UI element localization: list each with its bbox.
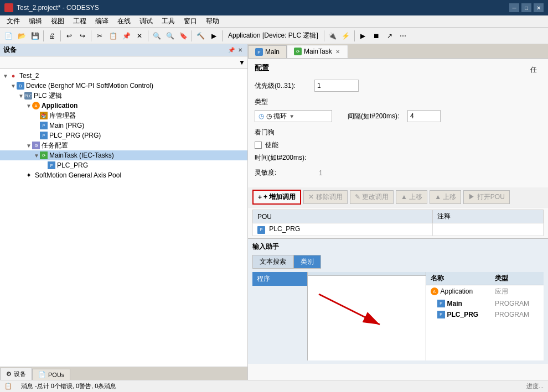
tree-item-main[interactable]: P Main (PRG)	[0, 121, 247, 130]
up-button[interactable]: ▲ 上移	[396, 190, 427, 204]
open-pou-label: ▶ 打开POU	[468, 192, 504, 202]
copy-button[interactable]: 📋	[107, 30, 119, 42]
add-call-label: + 增加调用	[263, 192, 296, 202]
tree-item-tasks[interactable]: ▼ ⚙ 任务配置	[0, 140, 247, 150]
tree-item-lib[interactable]: 📚 库管理器	[0, 111, 247, 121]
device-dropdown[interactable]: ▼	[0, 56, 247, 69]
menu-online[interactable]: 在线	[113, 15, 135, 27]
panel-close-button[interactable]: ✕	[236, 46, 244, 54]
find-button[interactable]: 🔍	[151, 30, 163, 42]
tree-item-plcprg2[interactable]: P PLC_PRG	[0, 160, 247, 170]
delete-button[interactable]: ✕	[133, 30, 146, 42]
tree-item-application[interactable]: ▼ A Application	[0, 101, 247, 111]
category-program[interactable]: 程序	[252, 272, 307, 286]
tab-close-button[interactable]: ✕	[334, 48, 341, 55]
menu-debug[interactable]: 调试	[135, 15, 157, 27]
menu-tools[interactable]: 工具	[157, 15, 179, 27]
disconnect-button[interactable]: ⚡	[340, 30, 352, 42]
close-button[interactable]: ✕	[534, 3, 544, 12]
pous-tab-icon: 📄	[38, 371, 46, 378]
modify-label: ✎ 更改调用	[355, 192, 389, 202]
more-button[interactable]: ⋯	[397, 30, 409, 42]
item-main-prg[interactable]: P Main PROGRAM	[426, 298, 544, 309]
up-label: ▲ 上移	[401, 192, 422, 202]
open-button[interactable]: 📂	[15, 30, 28, 42]
expand-device[interactable]: ▼	[10, 83, 17, 89]
right-label-area: 任	[526, 63, 541, 77]
tab-category[interactable]: 类别	[293, 255, 321, 269]
watchdog-sensitivity-row: 灵敏度: 1	[255, 168, 526, 177]
dropdown-arrow[interactable]: ▼	[239, 59, 245, 66]
find2-button[interactable]: 🔍	[164, 30, 176, 42]
expand-test2[interactable]: ▼	[2, 73, 9, 79]
codesys-icon	[4, 3, 13, 12]
minimize-button[interactable]: ─	[509, 3, 519, 12]
item-plcprg-prg[interactable]: P PLC_PRG PROGRAM	[426, 309, 544, 320]
plcprg-col-type: PROGRAM	[495, 311, 539, 318]
expand-tasks[interactable]: ▼	[25, 143, 32, 149]
panel-pin-button[interactable]: 📌	[228, 46, 235, 54]
sep5	[192, 30, 192, 41]
app-label: Application [Device: PLC 逻辑]	[225, 31, 322, 40]
table-row[interactable]: P PLC_PRG	[253, 223, 544, 236]
redo-button[interactable]: ↪	[76, 30, 89, 42]
device-tree: ▼ ● Test_2 ▼ D Device (Berghof MC-PI Sof…	[0, 69, 247, 367]
menu-edit[interactable]: 编辑	[24, 15, 46, 27]
save-button[interactable]: 💾	[29, 30, 41, 42]
tree-item-maintask[interactable]: ▼ ⟳ MainTask (IEC-Tasks)	[0, 150, 247, 160]
up2-button[interactable]: ▲ 上移	[430, 190, 461, 204]
priority-input[interactable]	[314, 80, 359, 92]
expand-maintask[interactable]: ▼	[33, 153, 40, 159]
tab-main[interactable]: P Main	[248, 45, 287, 58]
tree-item-device[interactable]: ▼ D Device (Berghof MC-PI SoftMotion Con…	[0, 81, 247, 91]
run-button[interactable]: ▶	[208, 30, 220, 42]
title-bar-controls[interactable]: ─ □ ✕	[509, 3, 544, 12]
category-list: 程序	[252, 272, 308, 360]
expand-plc[interactable]: ▼	[18, 93, 24, 99]
start-button[interactable]: ▶	[357, 30, 369, 42]
remove-call-button[interactable]: ✕ 移除调用	[303, 190, 347, 204]
tab-maintask[interactable]: ⟳ MainTask ✕	[287, 45, 348, 58]
label-lib: 库管理器	[49, 111, 76, 121]
open-pou-button[interactable]: ▶ 打开POU	[463, 190, 509, 204]
watchdog-enable-checkbox[interactable]	[255, 142, 262, 149]
modify-call-button[interactable]: ✎ 更改调用	[350, 190, 394, 204]
stop-button[interactable]: ⏹	[370, 30, 382, 42]
tree-item-plc[interactable]: ▼ PLC PLC 逻辑	[0, 91, 247, 101]
label-plcprg: PLC_PRG (PRG)	[49, 132, 101, 139]
tab-pous[interactable]: 📄 POUs	[32, 369, 70, 380]
restore-button[interactable]: □	[521, 3, 531, 12]
panel-controls[interactable]: 📌 ✕	[228, 46, 244, 54]
menu-file[interactable]: 文件	[2, 15, 24, 27]
cell-comment	[433, 223, 544, 236]
tree-item-softmotion[interactable]: ✦ SoftMotion General Axis Pool	[0, 170, 247, 180]
main-col-icon: P	[437, 300, 445, 307]
menu-compile[interactable]: 编译	[91, 15, 113, 27]
menu-view[interactable]: 视图	[46, 15, 69, 27]
priority-label: 优先级(0..31):	[255, 81, 310, 91]
new-button[interactable]: 📄	[2, 30, 14, 42]
type-select[interactable]: ◷ ◷ 循环 ▼	[255, 110, 332, 122]
print-button[interactable]: 🖨	[46, 30, 58, 42]
build-button[interactable]: 🔨	[194, 30, 206, 42]
step-button[interactable]: ↗	[384, 30, 396, 42]
paste-button[interactable]: 📌	[120, 30, 132, 42]
tab-text-search[interactable]: 文本搜索	[252, 255, 293, 269]
item-application[interactable]: A Application 应用	[426, 285, 544, 298]
undo-button[interactable]: ↩	[63, 30, 75, 42]
interval-input[interactable]	[407, 110, 441, 122]
bookmark-button[interactable]: 🔖	[177, 30, 189, 42]
tree-item-test2[interactable]: ▼ ● Test_2	[0, 71, 247, 81]
tree-item-plcprg[interactable]: P PLC_PRG (PRG)	[0, 130, 247, 140]
connect-button[interactable]: 🔌	[327, 30, 339, 42]
add-call-button[interactable]: + + 增加调用	[252, 190, 301, 205]
menu-help[interactable]: 帮助	[201, 15, 224, 27]
lib-icon: 📚	[40, 112, 48, 119]
expand-app[interactable]: ▼	[25, 103, 32, 109]
menu-window[interactable]: 窗口	[179, 15, 201, 27]
menu-project[interactable]: 工程	[69, 15, 91, 27]
label-maintask: MainTask (IEC-Tasks)	[49, 151, 114, 159]
cut-button[interactable]: ✂	[94, 30, 106, 42]
type-dropdown-arrow[interactable]: ▼	[289, 113, 294, 119]
tab-devices[interactable]: ⚙ 设备	[0, 368, 32, 380]
